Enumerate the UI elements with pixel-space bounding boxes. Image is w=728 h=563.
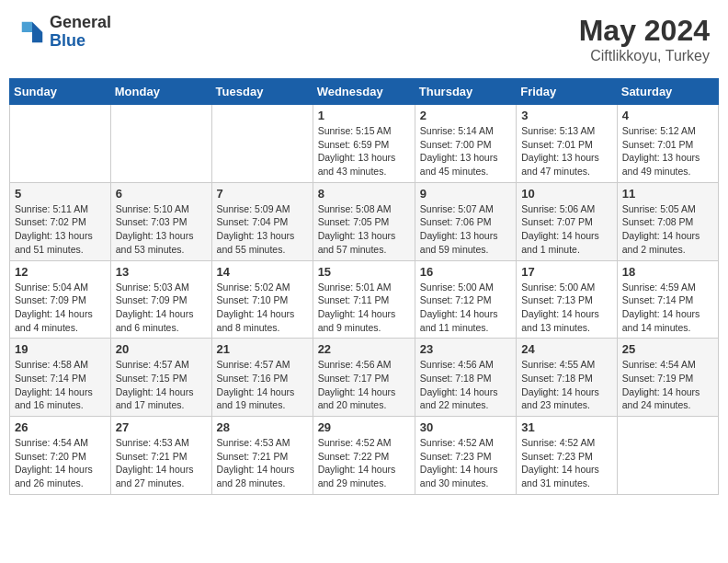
calendar-cell: 5Sunrise: 5:11 AM Sunset: 7:02 PM Daylig… bbox=[10, 182, 111, 260]
calendar-cell bbox=[211, 105, 313, 183]
day-info: Sunrise: 4:52 AM Sunset: 7:22 PM Dayligh… bbox=[318, 436, 410, 490]
day-info: Sunrise: 4:57 AM Sunset: 7:16 PM Dayligh… bbox=[217, 358, 308, 412]
weekday-header: Wednesday bbox=[313, 79, 415, 105]
day-number: 30 bbox=[420, 420, 511, 434]
calendar-cell: 20Sunrise: 4:57 AM Sunset: 7:15 PM Dayli… bbox=[110, 339, 211, 417]
calendar-cell: 1Sunrise: 5:15 AM Sunset: 6:59 PM Daylig… bbox=[313, 105, 415, 183]
day-info: Sunrise: 5:00 AM Sunset: 7:12 PM Dayligh… bbox=[420, 281, 511, 335]
day-number: 4 bbox=[622, 109, 713, 122]
calendar-cell: 23Sunrise: 4:56 AM Sunset: 7:18 PM Dayli… bbox=[415, 339, 516, 417]
day-info: Sunrise: 5:04 AM Sunset: 7:09 PM Dayligh… bbox=[15, 281, 106, 335]
svg-marker-1 bbox=[32, 32, 42, 42]
calendar-week-row: 19Sunrise: 4:58 AM Sunset: 7:14 PM Dayli… bbox=[10, 339, 719, 417]
day-info: Sunrise: 5:05 AM Sunset: 7:08 PM Dayligh… bbox=[622, 202, 713, 257]
day-number: 16 bbox=[420, 265, 511, 279]
day-number: 28 bbox=[217, 420, 308, 434]
title-block: May 2024 Ciftlikkoyu, Turkey bbox=[579, 14, 710, 64]
weekday-header: Tuesday bbox=[211, 79, 313, 105]
day-number: 5 bbox=[15, 187, 106, 201]
calendar-table: SundayMondayTuesdayWednesdayThursdayFrid… bbox=[9, 78, 719, 495]
day-info: Sunrise: 5:12 AM Sunset: 7:01 PM Dayligh… bbox=[622, 124, 713, 178]
day-number: 9 bbox=[420, 187, 511, 201]
calendar-cell: 25Sunrise: 4:54 AM Sunset: 7:19 PM Dayli… bbox=[617, 339, 718, 417]
day-number: 26 bbox=[15, 420, 106, 434]
day-info: Sunrise: 5:09 AM Sunset: 7:04 PM Dayligh… bbox=[217, 202, 308, 257]
day-info: Sunrise: 4:54 AM Sunset: 7:20 PM Dayligh… bbox=[15, 436, 106, 490]
day-number: 17 bbox=[521, 265, 612, 279]
day-number: 23 bbox=[420, 342, 511, 356]
calendar-cell: 10Sunrise: 5:06 AM Sunset: 7:07 PM Dayli… bbox=[517, 182, 618, 260]
calendar-cell: 17Sunrise: 5:00 AM Sunset: 7:13 PM Dayli… bbox=[517, 260, 618, 339]
day-info: Sunrise: 4:52 AM Sunset: 7:23 PM Dayligh… bbox=[521, 436, 612, 490]
calendar-cell: 13Sunrise: 5:03 AM Sunset: 7:09 PM Dayli… bbox=[110, 260, 211, 339]
day-info: Sunrise: 4:53 AM Sunset: 7:21 PM Dayligh… bbox=[217, 436, 308, 490]
day-number: 2 bbox=[420, 109, 511, 122]
calendar-week-row: 1Sunrise: 5:15 AM Sunset: 6:59 PM Daylig… bbox=[10, 105, 719, 183]
day-number: 7 bbox=[217, 187, 308, 201]
calendar-cell: 31Sunrise: 4:52 AM Sunset: 7:23 PM Dayli… bbox=[517, 417, 618, 495]
weekday-header: Thursday bbox=[415, 79, 516, 105]
calendar-week-row: 26Sunrise: 4:54 AM Sunset: 7:20 PM Dayli… bbox=[10, 417, 719, 495]
calendar-cell: 8Sunrise: 5:08 AM Sunset: 7:05 PM Daylig… bbox=[313, 182, 415, 260]
calendar-cell: 12Sunrise: 5:04 AM Sunset: 7:09 PM Dayli… bbox=[10, 260, 111, 339]
day-number: 11 bbox=[622, 187, 713, 201]
day-info: Sunrise: 4:59 AM Sunset: 7:14 PM Dayligh… bbox=[622, 281, 713, 335]
calendar-cell: 3Sunrise: 5:13 AM Sunset: 7:01 PM Daylig… bbox=[517, 105, 618, 183]
calendar-cell: 29Sunrise: 4:52 AM Sunset: 7:22 PM Dayli… bbox=[313, 417, 415, 495]
day-number: 19 bbox=[15, 342, 106, 356]
month-title: May 2024 bbox=[579, 14, 710, 48]
svg-marker-0 bbox=[32, 22, 42, 32]
day-number: 25 bbox=[622, 342, 713, 356]
calendar-cell: 14Sunrise: 5:02 AM Sunset: 7:10 PM Dayli… bbox=[211, 260, 313, 339]
day-info: Sunrise: 5:03 AM Sunset: 7:09 PM Dayligh… bbox=[116, 281, 207, 335]
calendar-cell: 22Sunrise: 4:56 AM Sunset: 7:17 PM Dayli… bbox=[313, 339, 415, 417]
calendar-cell: 28Sunrise: 4:53 AM Sunset: 7:21 PM Dayli… bbox=[211, 417, 313, 495]
page-header: General Blue May 2024 Ciftlikkoyu, Turke… bbox=[9, 9, 719, 69]
day-number: 29 bbox=[318, 420, 410, 434]
calendar-cell: 9Sunrise: 5:07 AM Sunset: 7:06 PM Daylig… bbox=[415, 182, 516, 260]
logo-general: General bbox=[50, 14, 111, 32]
calendar-cell: 18Sunrise: 4:59 AM Sunset: 7:14 PM Dayli… bbox=[617, 260, 718, 339]
calendar-cell: 2Sunrise: 5:14 AM Sunset: 7:00 PM Daylig… bbox=[415, 105, 516, 183]
calendar-week-row: 5Sunrise: 5:11 AM Sunset: 7:02 PM Daylig… bbox=[10, 182, 719, 260]
day-number: 6 bbox=[116, 187, 207, 201]
weekday-header: Sunday bbox=[10, 79, 111, 105]
day-number: 22 bbox=[318, 342, 410, 356]
day-number: 1 bbox=[318, 109, 410, 122]
day-info: Sunrise: 4:56 AM Sunset: 7:18 PM Dayligh… bbox=[420, 358, 511, 412]
day-info: Sunrise: 5:02 AM Sunset: 7:10 PM Dayligh… bbox=[217, 281, 308, 335]
calendar-cell bbox=[10, 105, 111, 183]
day-number: 20 bbox=[116, 342, 207, 356]
day-info: Sunrise: 5:15 AM Sunset: 6:59 PM Dayligh… bbox=[318, 124, 410, 178]
weekday-header: Monday bbox=[110, 79, 211, 105]
day-number: 24 bbox=[521, 342, 612, 356]
day-number: 10 bbox=[521, 187, 612, 201]
calendar-cell: 19Sunrise: 4:58 AM Sunset: 7:14 PM Dayli… bbox=[10, 339, 111, 417]
day-number: 13 bbox=[116, 265, 207, 279]
calendar-cell: 15Sunrise: 5:01 AM Sunset: 7:11 PM Dayli… bbox=[313, 260, 415, 339]
calendar-week-row: 12Sunrise: 5:04 AM Sunset: 7:09 PM Dayli… bbox=[10, 260, 719, 339]
day-info: Sunrise: 4:54 AM Sunset: 7:19 PM Dayligh… bbox=[622, 358, 713, 412]
logo-icon bbox=[18, 18, 46, 46]
day-number: 18 bbox=[622, 265, 713, 279]
day-number: 3 bbox=[521, 109, 612, 122]
day-info: Sunrise: 5:10 AM Sunset: 7:03 PM Dayligh… bbox=[116, 202, 207, 257]
logo: General Blue bbox=[18, 14, 111, 51]
day-info: Sunrise: 4:58 AM Sunset: 7:14 PM Dayligh… bbox=[15, 358, 106, 412]
day-number: 31 bbox=[521, 420, 612, 434]
day-number: 14 bbox=[217, 265, 308, 279]
weekday-header: Saturday bbox=[617, 79, 718, 105]
logo-blue: Blue bbox=[50, 32, 111, 51]
day-info: Sunrise: 5:01 AM Sunset: 7:11 PM Dayligh… bbox=[318, 281, 410, 335]
day-info: Sunrise: 5:13 AM Sunset: 7:01 PM Dayligh… bbox=[521, 124, 612, 178]
day-number: 8 bbox=[318, 187, 410, 201]
day-info: Sunrise: 5:07 AM Sunset: 7:06 PM Dayligh… bbox=[420, 202, 511, 257]
calendar-cell: 24Sunrise: 4:55 AM Sunset: 7:18 PM Dayli… bbox=[517, 339, 618, 417]
weekday-header: Friday bbox=[517, 79, 618, 105]
calendar-cell: 7Sunrise: 5:09 AM Sunset: 7:04 PM Daylig… bbox=[211, 182, 313, 260]
calendar-cell: 30Sunrise: 4:52 AM Sunset: 7:23 PM Dayli… bbox=[415, 417, 516, 495]
day-info: Sunrise: 4:55 AM Sunset: 7:18 PM Dayligh… bbox=[521, 358, 612, 412]
day-info: Sunrise: 4:52 AM Sunset: 7:23 PM Dayligh… bbox=[420, 436, 511, 490]
logo-text: General Blue bbox=[50, 14, 111, 51]
day-info: Sunrise: 5:11 AM Sunset: 7:02 PM Dayligh… bbox=[15, 202, 106, 257]
